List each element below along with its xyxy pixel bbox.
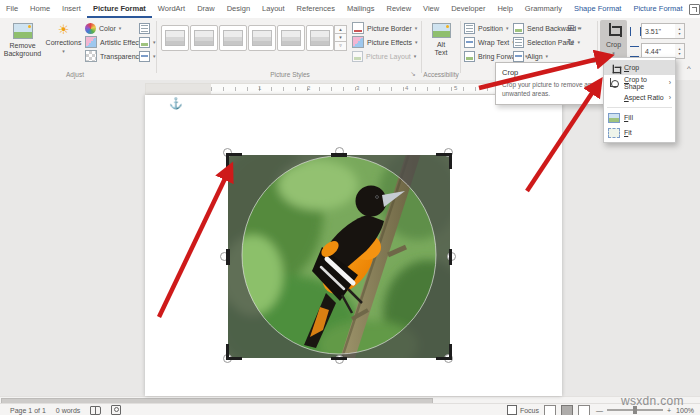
ruler-number: 3 <box>356 85 359 91</box>
crop-handle-left[interactable] <box>226 249 230 265</box>
send-backward-icon <box>513 23 524 34</box>
alt-text-label: Alt Text <box>431 41 451 57</box>
crop-handle-right[interactable] <box>449 249 453 265</box>
picture-effects-icon <box>352 36 364 48</box>
picture-style-thumbnail-3[interactable] <box>219 25 247 51</box>
zoom-slider[interactable] <box>607 409 663 411</box>
picture-border-icon <box>352 22 364 34</box>
rotate-icon: ↻ <box>567 37 575 47</box>
tab-wordart[interactable]: WordArt <box>152 0 191 18</box>
picture-style-thumbnail-5[interactable] <box>277 25 305 51</box>
compress-pictures-button[interactable] <box>139 22 150 34</box>
crop-handle-top-right[interactable] <box>436 153 452 169</box>
read-mode-icon[interactable] <box>544 405 556 415</box>
zoom-out-button[interactable]: — <box>596 407 603 414</box>
menu-item-fit[interactable]: Fit <box>604 125 675 140</box>
tab-picture-format-active[interactable]: Picture Format <box>87 0 152 18</box>
menu-item-crop[interactable]: Crop <box>604 60 675 75</box>
tab-layout[interactable]: Layout <box>256 0 291 18</box>
ribbon-tab-bar: File Home Insert Picture Format WordArt … <box>0 0 700 18</box>
gallery-more-icon[interactable]: ▿ <box>334 41 347 51</box>
wrap-text-button[interactable]: Wrap Text▾ <box>464 36 515 48</box>
group-objects-button[interactable]: ⊞▾ <box>567 22 580 34</box>
tab-file[interactable]: File <box>0 0 24 18</box>
tab-references[interactable]: References <box>291 0 341 18</box>
collapse-ribbon-chevron-icon[interactable]: ^ <box>687 64 691 73</box>
menu-item-aspect-ratio-label: Aspect Ratio <box>624 94 664 101</box>
tab-draw[interactable]: Draw <box>191 0 221 18</box>
shape-width-value: 4.44" <box>645 48 661 55</box>
ruler-ticks <box>211 87 514 91</box>
document-page[interactable]: ⚓ <box>145 95 562 396</box>
alt-text-icon <box>432 23 451 38</box>
align-button[interactable]: Align▾ <box>513 50 548 62</box>
menu-item-crop-to-shape-label: Crop to Shape <box>624 76 665 90</box>
shape-width-icon <box>630 45 639 57</box>
shape-width-spinner[interactable]: ▴▾ <box>675 43 685 59</box>
focus-icon <box>507 405 517 415</box>
crop-handle-bottom-left[interactable] <box>226 344 242 360</box>
picture-style-thumbnail-4[interactable] <box>248 25 276 51</box>
change-picture-button[interactable]: ▾ <box>139 36 156 48</box>
crop-tooltip: Crop Crop your picture to remove any unw… <box>495 62 612 105</box>
position-icon <box>464 23 475 34</box>
picture-style-thumbnail-6[interactable] <box>306 25 334 51</box>
tab-design[interactable]: Design <box>221 0 256 18</box>
selection-pane-button[interactable]: Selection Pane <box>513 36 574 48</box>
tab-view[interactable]: View <box>417 0 445 18</box>
crop-button-label: Crop <box>606 41 621 49</box>
picture-layout-label: Picture Layout <box>366 53 411 60</box>
reset-picture-button[interactable]: ▾ <box>139 50 156 62</box>
tab-picture-format-contextual[interactable]: Picture Format <box>627 0 688 18</box>
crop-handle-top-left[interactable] <box>226 153 242 169</box>
style-preview-icon <box>165 30 185 46</box>
word-count[interactable]: 0 words <box>56 407 81 414</box>
picture-effects-button[interactable]: Picture Effects▾ <box>352 36 418 48</box>
menu-item-fill[interactable]: Fill <box>604 110 675 125</box>
ruler-number: 4 <box>405 85 408 91</box>
fit-icon <box>608 128 620 138</box>
align-icon <box>513 51 524 62</box>
crop-handle-top[interactable] <box>331 153 347 157</box>
color-button[interactable]: Color▾ <box>85 22 121 34</box>
tab-review[interactable]: Review <box>380 0 417 18</box>
tab-home[interactable]: Home <box>24 0 56 18</box>
submenu-arrow-icon: › <box>669 94 671 101</box>
crop-icon <box>606 23 621 38</box>
crop-handle-bottom[interactable] <box>331 357 347 361</box>
tab-help[interactable]: Help <box>491 0 518 18</box>
accessibility-checker-icon[interactable] <box>111 405 121 415</box>
picture-layout-button: Picture Layout▾ <box>352 50 416 62</box>
tab-developer[interactable]: Developer <box>445 0 491 18</box>
tab-shape-format[interactable]: Shape Format <box>568 0 628 18</box>
accessibility-group-label: Accessibility <box>418 71 464 78</box>
shape-height-spinner[interactable]: ▴▾ <box>675 23 685 39</box>
shape-height-value: 3.51" <box>645 28 661 35</box>
dialog-launcher-icon[interactable]: ↘ <box>408 70 418 78</box>
tab-grammarly[interactable]: Grammarly <box>519 0 568 18</box>
word-window: { "window": { "tabs": [ {"label":"File"}… <box>0 0 700 415</box>
crop-handle-bottom-right[interactable] <box>436 344 452 360</box>
proofing-icon[interactable] <box>90 406 101 415</box>
tab-mailings[interactable]: Mailings <box>341 0 381 18</box>
picture-being-cropped[interactable] <box>228 155 450 358</box>
remove-background-icon <box>13 23 33 39</box>
picture-style-thumbnail-2[interactable] <box>190 25 218 51</box>
transparency-icon <box>85 50 97 62</box>
tab-insert[interactable]: Insert <box>56 0 87 18</box>
position-button[interactable]: Position▾ <box>464 22 508 34</box>
web-layout-icon[interactable] <box>578 405 590 415</box>
share-icon[interactable] <box>689 4 700 15</box>
print-layout-icon[interactable] <box>561 405 573 415</box>
crop-dropdown-menu: Crop Crop to Shape › Aspect Ratio › Fill… <box>603 57 676 143</box>
menu-item-aspect-ratio[interactable]: Aspect Ratio › <box>604 90 675 105</box>
picture-style-thumbnail-1[interactable] <box>161 25 189 51</box>
menu-item-crop-to-shape[interactable]: Crop to Shape › <box>604 75 675 90</box>
menu-item-crop-label: Crop <box>624 64 639 71</box>
picture-border-button[interactable]: Picture Border▾ <box>352 22 417 34</box>
picture-styles-group-label: Picture Styles <box>230 71 350 78</box>
rotate-objects-button[interactable]: ↻▾ <box>567 36 580 48</box>
submenu-arrow-icon: › <box>669 79 671 86</box>
focus-button[interactable]: Focus <box>520 407 539 414</box>
page-indicator[interactable]: Page 1 of 1 <box>10 407 46 414</box>
